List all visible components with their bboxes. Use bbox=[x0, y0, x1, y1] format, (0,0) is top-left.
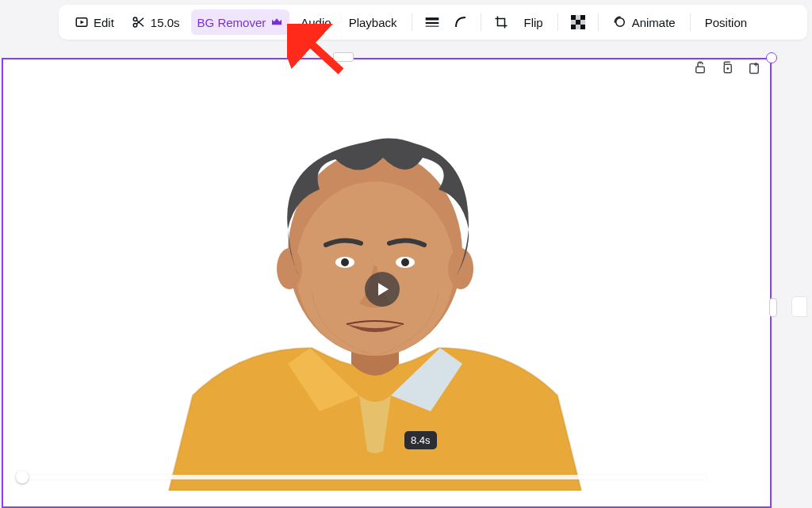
animate-icon bbox=[613, 15, 627, 29]
add-page-button[interactable] bbox=[745, 59, 763, 76]
svg-marker-1 bbox=[81, 21, 85, 25]
svg-rect-21 bbox=[696, 67, 705, 73]
lock-button[interactable] bbox=[691, 59, 709, 76]
trim-button[interactable]: 15.0s bbox=[125, 10, 186, 35]
svg-rect-14 bbox=[576, 15, 580, 20]
transparency-checker-icon bbox=[571, 15, 585, 29]
audio-label: Audio bbox=[301, 16, 331, 29]
duplicate-page-button[interactable] bbox=[718, 59, 736, 76]
svg-point-18 bbox=[615, 18, 624, 27]
corner-rounding-button[interactable] bbox=[449, 10, 473, 35]
seek-track bbox=[22, 475, 707, 479]
svg-rect-11 bbox=[576, 20, 580, 25]
corner-rounding-icon bbox=[454, 15, 468, 29]
svg-rect-8 bbox=[425, 26, 439, 27]
audio-button[interactable]: Audio bbox=[294, 10, 337, 35]
position-label: Position bbox=[705, 16, 747, 29]
trim-duration-label: 15.0s bbox=[151, 16, 180, 29]
edit-label: Edit bbox=[94, 16, 114, 29]
seek-thumb[interactable] bbox=[16, 471, 29, 483]
animate-label: Animate bbox=[632, 16, 676, 29]
animate-button[interactable]: Animate bbox=[607, 10, 682, 35]
svg-rect-10 bbox=[580, 15, 585, 20]
selection-top-handle[interactable] bbox=[333, 52, 354, 62]
canvas[interactable]: 8.4s bbox=[2, 58, 772, 508]
toolbar-divider bbox=[690, 13, 691, 31]
toolbar-divider bbox=[481, 13, 481, 31]
svg-rect-7 bbox=[425, 22, 439, 24]
line-weight-button[interactable] bbox=[420, 10, 444, 35]
svg-point-2 bbox=[133, 17, 137, 21]
edit-button[interactable]: Edit bbox=[68, 10, 121, 35]
playback-label: Playback bbox=[349, 16, 397, 29]
editor-toolbar: Edit 15.0s BG Remover Audio Playback bbox=[59, 5, 807, 40]
toolbar-divider bbox=[598, 13, 599, 31]
svg-point-31 bbox=[277, 248, 302, 289]
svg-point-32 bbox=[448, 248, 473, 289]
svg-rect-12 bbox=[571, 25, 576, 29]
svg-point-3 bbox=[133, 24, 137, 28]
playback-button[interactable]: Playback bbox=[343, 10, 404, 35]
svg-point-36 bbox=[401, 258, 409, 266]
position-button[interactable]: Position bbox=[699, 10, 753, 35]
page-side-tab[interactable] bbox=[791, 296, 807, 317]
bg-remover-label: BG Remover bbox=[197, 16, 266, 29]
flip-button[interactable]: Flip bbox=[518, 10, 550, 35]
video-seek-bar[interactable] bbox=[22, 475, 707, 479]
toolbar-divider bbox=[557, 13, 558, 31]
line-weight-icon bbox=[424, 15, 440, 29]
crop-icon bbox=[494, 15, 508, 29]
svg-rect-26 bbox=[750, 64, 759, 74]
timestamp-badge: 8.4s bbox=[404, 431, 437, 449]
selection-side-handle[interactable] bbox=[769, 298, 777, 317]
svg-rect-17 bbox=[576, 25, 580, 29]
bg-remover-button[interactable]: BG Remover bbox=[191, 10, 290, 35]
toolbar-divider bbox=[412, 13, 412, 31]
svg-rect-15 bbox=[571, 20, 576, 25]
crop-button[interactable] bbox=[489, 10, 513, 35]
edit-box-icon bbox=[75, 15, 89, 29]
page-floating-controls bbox=[691, 59, 763, 76]
svg-rect-6 bbox=[425, 17, 439, 20]
svg-rect-13 bbox=[580, 25, 585, 29]
play-icon bbox=[376, 283, 389, 296]
flip-label: Flip bbox=[524, 16, 543, 29]
svg-point-34 bbox=[341, 258, 349, 266]
transparency-button[interactable] bbox=[566, 10, 590, 35]
svg-rect-16 bbox=[580, 20, 585, 25]
crown-icon bbox=[270, 16, 283, 29]
selection-corner-handle[interactable] bbox=[766, 52, 777, 63]
scissors-icon bbox=[132, 15, 146, 29]
play-button[interactable] bbox=[365, 272, 400, 307]
svg-rect-9 bbox=[571, 15, 576, 20]
